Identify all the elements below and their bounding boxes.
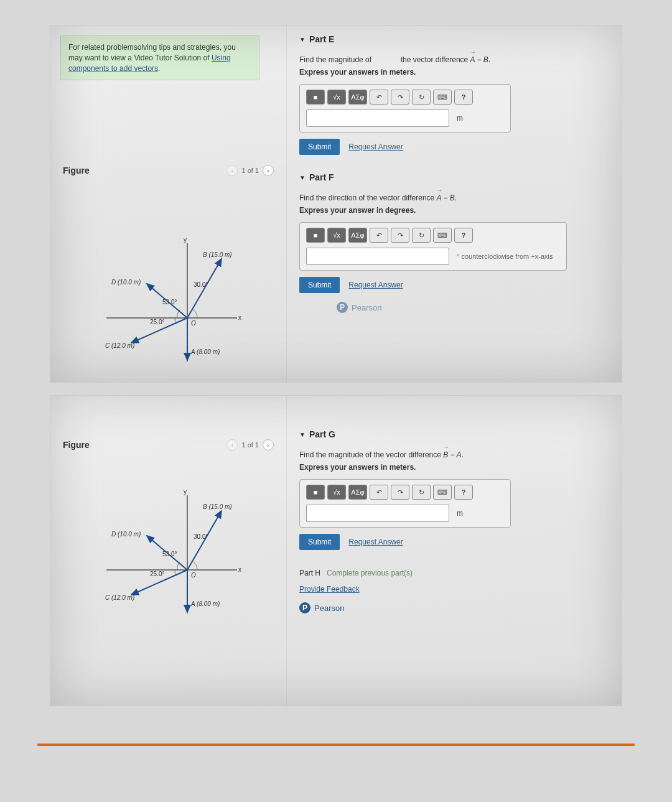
part-e-unit: m (457, 114, 463, 123)
y-axis-label: y (184, 236, 187, 243)
reset-icon[interactable]: ↻ (412, 485, 431, 500)
part-f-answer-box: ■ √x ΑΣφ ↶ ↷ ↻ ⌨ ? ° counterclockwise fr… (299, 222, 567, 271)
vec-B-label: B (15.0 m) (203, 251, 232, 258)
x-axis-label: x (238, 314, 241, 321)
part-e-submit[interactable]: Submit (299, 139, 340, 155)
undo-icon[interactable]: ↶ (370, 228, 388, 243)
part-f-prompt: Find the direction of the vector differe… (299, 194, 609, 202)
tool-template-icon[interactable]: ■ (306, 228, 325, 243)
part-f-input[interactable] (306, 248, 449, 265)
part-g-answer-box: ■ √x ΑΣφ ↶ ↷ ↻ ⌨ ? m (299, 479, 511, 528)
part-f-title: Part F (309, 172, 334, 182)
figure-title: Figure (63, 166, 90, 175)
bottom-rule (37, 744, 635, 746)
svg-text:53.0°: 53.0° (162, 551, 177, 557)
part-f-unit: ° counterclockwise from +x-axis (457, 253, 553, 260)
part-f-submit[interactable]: Submit (299, 277, 340, 293)
redo-icon[interactable]: ↷ (391, 90, 409, 105)
part-e-input[interactable] (306, 110, 449, 127)
ang-25: 25.0° (150, 319, 164, 325)
svg-text:B (15.0 m): B (15.0 m) (203, 503, 232, 510)
part-g-toggle[interactable]: ▼ Part G (299, 429, 609, 439)
svg-text:C (12.0 m): C (12.0 m) (105, 594, 134, 601)
part-e-instruct: Express your answers in meters. (299, 68, 609, 77)
keyboard-icon[interactable]: ⌨ (433, 90, 452, 105)
figure-pager-2: ‹ 1 of 1 › (226, 439, 274, 450)
help-icon[interactable]: ? (454, 485, 473, 500)
vector-diagram: x y O A (8.00 m) B (15.0 m) (75, 231, 274, 374)
svg-text:x: x (238, 566, 241, 573)
tool-greek-icon[interactable]: ΑΣφ (348, 485, 367, 500)
ang-30: 30.0° (194, 281, 208, 288)
pager-status-2: 1 of 1 (241, 441, 259, 449)
pearson-logo-icon: P (337, 302, 348, 313)
svg-text:30.0°: 30.0° (194, 533, 208, 540)
vec-A-label: A (8.00 m) (190, 348, 220, 355)
chevron-down-icon: ▼ (299, 36, 306, 43)
tool-root-icon[interactable]: √x (327, 228, 346, 243)
ang-53: 53.0° (162, 299, 177, 305)
part-e-prompt: Find the magnitude of the vector differe… (299, 55, 609, 64)
part-e-request[interactable]: Request Answer (348, 142, 403, 151)
part-g-instruct: Express your answers in meters. (299, 463, 609, 472)
origin-label: O (191, 320, 196, 327)
pager-next-2[interactable]: › (263, 439, 274, 450)
tool-root-icon[interactable]: √x (327, 485, 346, 500)
part-g-request[interactable]: Request Answer (348, 538, 403, 546)
figure-title-2: Figure (63, 440, 90, 450)
part-e-title: Part E (309, 34, 334, 44)
svg-text:25.0°: 25.0° (150, 571, 164, 577)
pager-next[interactable]: › (263, 165, 274, 176)
tool-template-icon[interactable]: ■ (306, 90, 325, 105)
reset-icon[interactable]: ↻ (412, 228, 431, 243)
pearson-brand: Pearson (352, 303, 381, 312)
part-h-label: Part H (299, 569, 320, 577)
help-icon[interactable]: ? (454, 90, 473, 105)
pearson-logo-icon: P (299, 602, 310, 613)
part-g-title: Part G (309, 429, 335, 439)
chevron-down-icon: ▼ (299, 431, 306, 438)
svg-text:O: O (191, 572, 196, 579)
tips-box: For related problemsolving tips and stra… (60, 35, 259, 80)
undo-icon[interactable]: ↶ (370, 485, 388, 500)
part-f-toggle[interactable]: ▼ Part F (299, 172, 609, 182)
part-e-toggle[interactable]: ▼ Part E (299, 34, 609, 44)
part-g-prompt: Find the magnitude of the vector differe… (299, 450, 609, 459)
part-f-instruct: Express your answer in degrees. (299, 206, 609, 215)
pager-prev-2[interactable]: ‹ (226, 439, 238, 450)
pearson-brand: Pearson (314, 604, 344, 613)
tool-greek-icon[interactable]: ΑΣφ (348, 90, 367, 105)
tool-greek-icon[interactable]: ΑΣφ (348, 228, 367, 243)
vector-diagram-2: x y O A (8.00 m) B (15.0 m) D (10.0 m) (75, 483, 274, 626)
part-g-submit[interactable]: Submit (299, 534, 340, 550)
vec-D-label: D (10.0 m) (111, 279, 141, 286)
svg-text:y: y (184, 488, 187, 495)
pager-prev[interactable]: ‹ (226, 165, 238, 176)
part-h-msg: Complete previous part(s) (327, 569, 413, 577)
svg-text:A (8.00 m): A (8.00 m) (190, 600, 220, 607)
svg-text:D (10.0 m): D (10.0 m) (111, 531, 141, 538)
figure-pager: ‹ 1 of 1 › (226, 165, 274, 176)
tool-root-icon[interactable]: √x (327, 90, 346, 105)
part-g-input[interactable] (306, 505, 449, 522)
redo-icon[interactable]: ↷ (391, 485, 409, 500)
part-f-request[interactable]: Request Answer (348, 281, 403, 289)
provide-feedback[interactable]: Provide Feedback (299, 585, 360, 594)
pager-status: 1 of 1 (241, 167, 259, 174)
tips-pretext: For related problemsolving tips and stra… (68, 43, 236, 62)
chevron-down-icon: ▼ (299, 174, 306, 181)
part-g-unit: m (457, 509, 463, 518)
help-icon[interactable]: ? (454, 228, 473, 243)
redo-icon[interactable]: ↷ (391, 228, 409, 243)
part-h-line: Part H Complete previous part(s) (299, 569, 609, 577)
keyboard-icon[interactable]: ⌨ (433, 485, 452, 500)
keyboard-icon[interactable]: ⌨ (433, 228, 452, 243)
reset-icon[interactable]: ↻ (412, 90, 431, 105)
part-e-answer-box: ■ √x ΑΣφ ↶ ↷ ↻ ⌨ ? m (299, 84, 511, 133)
undo-icon[interactable]: ↶ (370, 90, 388, 105)
vec-C-label: C (12.0 m) (105, 342, 134, 349)
tool-template-icon[interactable]: ■ (306, 485, 325, 500)
